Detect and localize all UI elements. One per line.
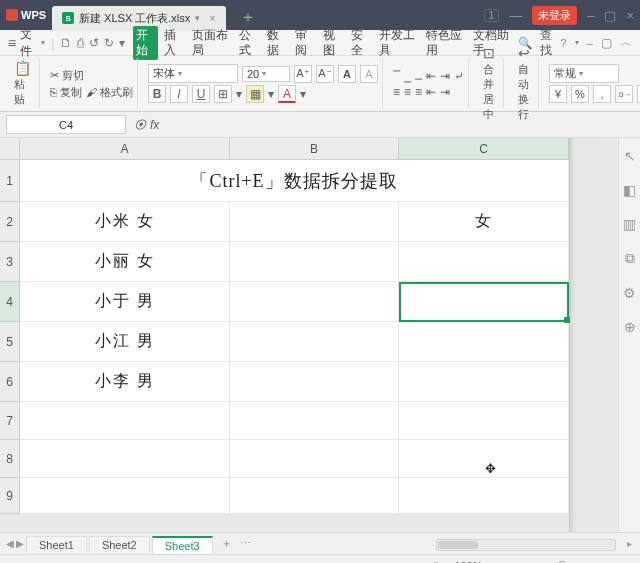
close-tab-icon[interactable]: × <box>209 12 215 24</box>
cell-A8[interactable] <box>20 440 230 478</box>
cell-C6[interactable] <box>399 362 569 402</box>
pointer-icon[interactable]: ↖ <box>624 148 636 164</box>
minimize-button[interactable]: – <box>587 8 594 23</box>
quick-dropdown-icon[interactable]: ▾ <box>119 36 125 50</box>
page-view-button[interactable]: ▥ <box>398 560 408 564</box>
indent-right-button[interactable]: ⇥ <box>440 69 450 83</box>
font-select[interactable]: 宋体▾ <box>148 64 238 83</box>
tab-formula[interactable]: 公式 <box>236 26 261 60</box>
cell-C5[interactable] <box>399 322 569 362</box>
lowercase-button[interactable]: A <box>360 65 378 83</box>
sheets-next-button[interactable]: ▶ <box>16 538 24 549</box>
cell-title[interactable]: 「Ctrl+E」数据拆分提取 <box>20 160 569 202</box>
scroll-right-button[interactable]: ▸ <box>627 538 632 549</box>
row-header-2[interactable]: 2 <box>0 202 20 242</box>
indent-left-button[interactable]: ⇤ <box>426 69 436 83</box>
read-view-button[interactable]: ⊡ <box>415 560 424 564</box>
row-header-6[interactable]: 6 <box>0 362 20 402</box>
number-format-select[interactable]: 常规▾ <box>549 64 619 83</box>
ribbon-min-icon[interactable]: – <box>587 37 593 49</box>
login-button[interactable]: 未登录 <box>532 6 577 25</box>
merge-center-button[interactable]: ⊡ 合并居中 <box>479 45 499 122</box>
cell-A5[interactable]: 小江 男 <box>20 322 230 362</box>
sheet-tab-3[interactable]: Sheet3 <box>152 536 213 554</box>
cell-A9[interactable] <box>20 478 230 514</box>
font-color-button[interactable]: A <box>278 85 296 103</box>
add-sheet-button[interactable]: ＋ <box>221 536 232 551</box>
row-header-3[interactable]: 3 <box>0 242 20 282</box>
cell-B5[interactable] <box>230 322 399 362</box>
tab-devtools[interactable]: 开发工具 <box>376 26 420 60</box>
close-window-button[interactable]: × <box>626 8 634 23</box>
underline-button[interactable]: U <box>192 85 210 103</box>
cell-B2[interactable] <box>230 202 399 242</box>
copy-button[interactable]: ⎘复制 <box>50 85 82 100</box>
tab-featured[interactable]: 特色应用 <box>423 26 467 60</box>
cell-A4[interactable]: 小于 男 <box>20 282 230 322</box>
cell-B9[interactable] <box>230 478 399 514</box>
print-icon[interactable]: ⎙ <box>77 36 84 50</box>
row-header-8[interactable]: 8 <box>0 440 20 478</box>
valign-bot-button[interactable]: ⎽ <box>415 69 422 83</box>
row-header-1[interactable]: 1 <box>0 160 20 202</box>
cell-A2[interactable]: 小米 女 <box>20 202 230 242</box>
tab-view[interactable]: 视图 <box>320 26 345 60</box>
select-all-corner[interactable] <box>0 138 20 160</box>
cut-button[interactable]: ✂剪切 <box>50 68 133 83</box>
formula-input[interactable] <box>167 115 634 134</box>
sidepanel-icon-2[interactable]: ▥ <box>623 216 636 232</box>
tab-page-layout[interactable]: 页面布局 <box>189 26 233 60</box>
normal-view-button[interactable]: ▦ <box>381 560 391 564</box>
indent-left-button-2[interactable]: ⇤ <box>426 85 436 99</box>
horizontal-scrollbar[interactable] <box>436 539 616 551</box>
file-menu[interactable]: 文件 ▾ <box>20 26 45 60</box>
cell-B4[interactable] <box>230 282 399 322</box>
help-icon[interactable]: ? <box>560 37 566 49</box>
autowrap-button[interactable]: ↩ 自动换行 <box>514 45 534 122</box>
horizontal-scroll-thumb[interactable] <box>438 541 478 549</box>
new-tab-button[interactable]: ＋ <box>240 7 256 28</box>
valign-mid-button[interactable]: ⎯ <box>404 69 411 83</box>
row-header-9[interactable]: 9 <box>0 478 20 514</box>
cell-C8[interactable] <box>399 440 569 478</box>
cell-B3[interactable] <box>230 242 399 282</box>
new-doc-icon[interactable]: 🗋 <box>60 36 72 50</box>
cell-C7[interactable] <box>399 402 569 440</box>
border-arrow-icon[interactable]: ▾ <box>236 87 242 101</box>
row-header-7[interactable]: 7 <box>0 402 20 440</box>
row-header-4[interactable]: 4 <box>0 282 20 322</box>
cell-C3[interactable] <box>399 242 569 282</box>
col-header-A[interactable]: A <box>20 138 230 160</box>
hamburger-icon[interactable]: ≡ <box>8 35 16 51</box>
cell-C2[interactable]: 女 <box>399 202 569 242</box>
cell-C9[interactable] <box>399 478 569 514</box>
col-header-B[interactable]: B <box>230 138 399 160</box>
tab-insert[interactable]: 插入 <box>161 26 186 60</box>
zoom-in-button[interactable]: ＋ <box>619 559 630 564</box>
sidepanel-icon-1[interactable]: ◧ <box>623 182 636 198</box>
redo-icon[interactable]: ↻ <box>104 36 114 50</box>
fill-arrow-icon[interactable]: ▾ <box>268 87 274 101</box>
fx-icon[interactable]: fx <box>150 118 159 132</box>
cell-B7[interactable] <box>230 402 399 440</box>
cell-B8[interactable] <box>230 440 399 478</box>
decrease-font-button[interactable]: A⁻ <box>316 65 334 83</box>
paste-button[interactable]: 📋 粘贴 <box>10 60 35 107</box>
uppercase-button[interactable]: A <box>338 65 356 83</box>
add-icon[interactable]: ⊕ <box>624 319 636 335</box>
sidepanel-icon-3[interactable]: ⧉ <box>625 250 635 267</box>
zoom-icon[interactable]: ⦿ <box>134 118 146 132</box>
cell-A7[interactable] <box>20 402 230 440</box>
sheets-prev-button[interactable]: ◀ <box>6 538 14 549</box>
percent-button[interactable]: % <box>571 85 589 103</box>
restore-button[interactable]: ▢ <box>604 8 616 23</box>
sheet-tab-2[interactable]: Sheet2 <box>89 536 150 553</box>
settings-icon[interactable]: ⚙ <box>623 285 636 301</box>
search-label[interactable]: 查找 <box>540 28 552 58</box>
italic-button[interactable]: I <box>170 85 188 103</box>
row-header-5[interactable]: 5 <box>0 322 20 362</box>
cell-A3[interactable]: 小丽 女 <box>20 242 230 282</box>
cell-A6[interactable]: 小李 男 <box>20 362 230 402</box>
increase-decimal-button[interactable]: .0→ <box>615 85 633 103</box>
help-arrow-icon[interactable]: ▾ <box>575 38 579 47</box>
